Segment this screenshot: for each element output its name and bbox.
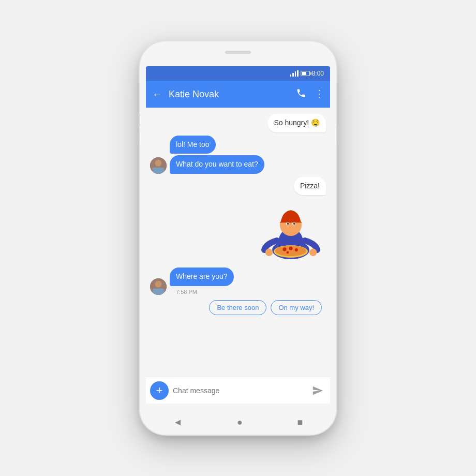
avatar	[150, 278, 167, 295]
incoming-bubble: Where are you?	[170, 267, 234, 286]
outgoing-bubble: So hungry! 🤤	[267, 114, 326, 132]
nav-home-button[interactable]: ●	[237, 417, 243, 428]
svg-point-3	[155, 160, 161, 166]
svg-point-12	[287, 251, 289, 254]
nav-back-button[interactable]: ◄	[173, 417, 183, 428]
status-bar-right: 8:00	[290, 70, 324, 77]
smart-reply-be-there-soon[interactable]: Be there soon	[209, 300, 266, 315]
power-button	[336, 124, 336, 145]
svg-point-13	[265, 249, 273, 256]
volume-button-1	[140, 114, 140, 127]
message-timestamp: 7:58 PM	[170, 289, 203, 295]
phone-screen: 8:00 ← Katie Novak ⋮ So hungr	[146, 66, 330, 404]
svg-rect-21	[153, 289, 164, 295]
avatar	[150, 157, 167, 174]
app-bar: ← Katie Novak ⋮	[146, 81, 330, 108]
message-row: So hungry! 🤤	[150, 114, 326, 132]
phone-speaker	[225, 51, 251, 54]
incoming-bubble: lol! Me too	[170, 136, 216, 154]
outgoing-bubble: Pizza!	[294, 177, 326, 196]
message-group: lol! Me too What do you want to eat?	[170, 136, 264, 174]
svg-point-10	[289, 247, 292, 250]
svg-point-11	[295, 248, 298, 251]
svg-point-18	[293, 223, 295, 225]
svg-point-9	[282, 248, 286, 251]
signal-icon	[290, 70, 299, 77]
smart-reply-row: Be there soon On my way!	[150, 298, 326, 317]
contact-name: Katie Novak	[169, 89, 296, 100]
input-bar: +	[146, 377, 330, 404]
more-options-button[interactable]: ⋮	[315, 88, 324, 101]
chat-area: So hungry! 🤤 lol! Me too What do you	[146, 108, 330, 377]
svg-point-22	[155, 281, 161, 287]
smart-reply-on-my-way[interactable]: On my way!	[271, 300, 322, 315]
phone-frame: 8:00 ← Katie Novak ⋮ So hungr	[140, 41, 336, 435]
add-button[interactable]: +	[150, 381, 169, 400]
sticker	[260, 200, 322, 262]
svg-point-17	[287, 223, 289, 225]
message-row: Pizza!	[150, 177, 326, 196]
chat-input[interactable]	[173, 381, 305, 400]
message-row: Where are you? 7:58 PM	[150, 267, 326, 295]
message-group: Where are you? 7:58 PM	[170, 267, 234, 295]
status-bar: 8:00	[146, 66, 330, 81]
volume-button-2	[140, 132, 140, 145]
app-bar-actions: ⋮	[296, 88, 324, 101]
sticker-row	[150, 200, 326, 262]
nav-bar: ◄ ● ■	[146, 410, 330, 435]
message-row: lol! Me too What do you want to eat?	[150, 136, 326, 174]
call-button[interactable]	[296, 88, 306, 101]
incoming-bubble: What do you want to eat?	[170, 155, 264, 174]
nav-recent-button[interactable]: ■	[297, 417, 303, 428]
status-time: 8:00	[312, 70, 324, 77]
svg-point-14	[309, 249, 317, 256]
battery-icon	[301, 71, 310, 76]
svg-rect-2	[153, 168, 164, 174]
send-button[interactable]	[309, 382, 326, 399]
back-button[interactable]: ←	[152, 88, 162, 100]
